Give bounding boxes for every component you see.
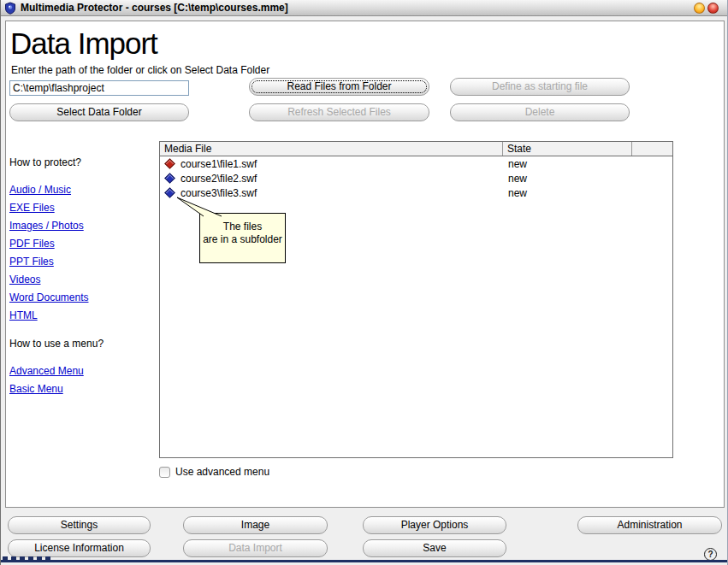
file-state: new xyxy=(503,173,632,185)
license-information-button[interactable]: License Information xyxy=(8,539,151,557)
use-advanced-menu-checkbox[interactable] xyxy=(159,467,170,478)
sidebar-item-basic-menu[interactable]: Basic Menu xyxy=(9,383,157,401)
advanced-menu-option: Use advanced menu xyxy=(159,466,269,478)
sidebar: How to protect? Audio / Music EXE Files … xyxy=(9,156,157,401)
refresh-selected-files-button[interactable]: Refresh Selected Files xyxy=(249,103,429,121)
window-title: Multimedia Protector - courses [C:\temp\… xyxy=(21,2,288,14)
page-title: Data Import xyxy=(10,26,157,61)
sidebar-item-html[interactable]: HTML xyxy=(9,309,157,327)
use-advanced-menu-label: Use advanced menu xyxy=(175,466,269,478)
media-file-name: course1\file1.swf xyxy=(181,158,257,170)
select-data-folder-button[interactable]: Select Data Folder xyxy=(9,103,189,121)
sidebar-item-advanced-menu[interactable]: Advanced Menu xyxy=(9,365,157,383)
sidebar-item-ppt-files[interactable]: PPT Files xyxy=(9,256,157,274)
table-header: Media File State xyxy=(160,142,672,156)
sidebar-item-word-documents[interactable]: Word Documents xyxy=(9,291,157,309)
file-state: new xyxy=(503,158,632,170)
define-as-starting-file-button[interactable]: Define as starting file xyxy=(450,78,630,96)
file-state: new xyxy=(503,187,632,199)
app-shield-icon xyxy=(4,2,16,15)
delete-button[interactable]: Delete xyxy=(450,103,630,121)
sidebar-item-videos[interactable]: Videos xyxy=(9,274,157,291)
swf-file-icon xyxy=(164,173,175,184)
app-window: Multimedia Protector - courses [C:\temp\… xyxy=(0,0,728,565)
settings-button[interactable]: Settings xyxy=(8,516,151,534)
how-to-use-menu-heading: How to use a menu? xyxy=(9,338,157,355)
media-file-name: course2\file2.swf xyxy=(181,173,257,185)
main-panel: Data Import Enter the path of the folder… xyxy=(5,21,725,508)
table-row[interactable]: course2\file2.swf new xyxy=(160,171,672,185)
column-header-extra xyxy=(632,142,672,156)
title-bar: Multimedia Protector - courses [C:\temp\… xyxy=(1,0,727,16)
save-button[interactable]: Save xyxy=(363,539,506,557)
help-icon[interactable]: ? xyxy=(704,548,717,561)
table-row[interactable]: course1\file1.swf new xyxy=(160,156,672,171)
page-subtitle: Enter the path of the folder or click on… xyxy=(11,64,269,76)
swf-file-icon xyxy=(164,158,175,169)
sidebar-item-audio-music[interactable]: Audio / Music xyxy=(9,184,157,202)
read-files-from-folder-button[interactable]: Read Files from Folder xyxy=(249,78,429,96)
window-close-button[interactable] xyxy=(707,3,719,14)
how-to-protect-heading: How to protect? xyxy=(9,156,157,174)
sidebar-item-pdf-files[interactable]: PDF Files xyxy=(9,238,157,256)
folder-path-input[interactable] xyxy=(9,80,189,96)
column-header-media-file[interactable]: Media File xyxy=(160,142,503,156)
tooltip-pointer xyxy=(163,191,240,226)
media-file-table: Media File State course1\file1.swf new c… xyxy=(159,141,673,458)
tooltip-line2: are in a subfolder xyxy=(200,233,285,246)
bottom-accent-line xyxy=(1,560,727,562)
administration-button[interactable]: Administration xyxy=(577,516,722,534)
image-button[interactable]: Image xyxy=(183,516,328,534)
column-header-state[interactable]: State xyxy=(503,142,632,156)
player-options-button[interactable]: Player Options xyxy=(363,516,506,534)
sidebar-item-images-photos[interactable]: Images / Photos xyxy=(9,220,157,238)
window-minimize-button[interactable] xyxy=(694,3,705,14)
data-import-button[interactable]: Data Import xyxy=(183,539,328,557)
sidebar-item-exe-files[interactable]: EXE Files xyxy=(9,202,157,220)
